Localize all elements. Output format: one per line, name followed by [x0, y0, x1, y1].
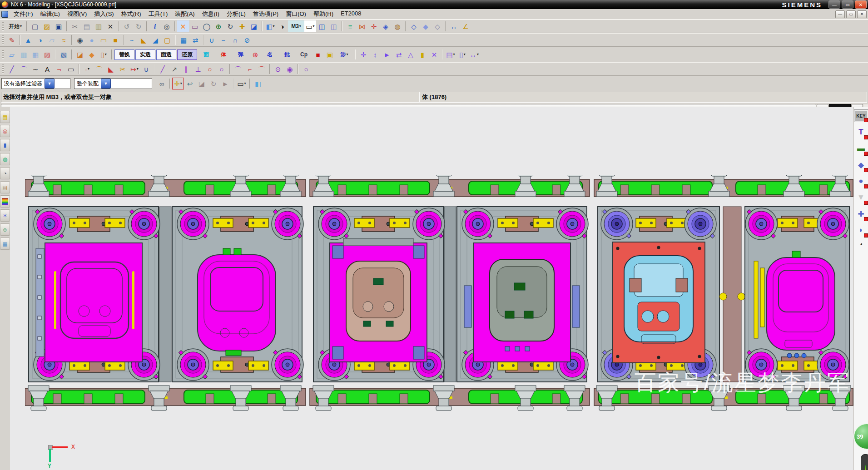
- menu-item-9[interactable]: 分析(L): [223, 9, 249, 19]
- menu-item-11[interactable]: 窗口(O): [282, 9, 310, 19]
- save-button[interactable]: ▣: [53, 20, 64, 32]
- minimize-button[interactable]: —: [828, 0, 840, 9]
- perspective-button[interactable]: ◪: [248, 20, 260, 32]
- true-transparency-button[interactable]: 实透: [135, 49, 155, 60]
- fit-view-button[interactable]: ✕: [177, 20, 189, 32]
- offset-surface-button[interactable]: ▧: [58, 49, 69, 60]
- show-and-hide-button[interactable]: ◫: [316, 20, 328, 32]
- join-curve-button[interactable]: ∪: [140, 63, 152, 75]
- internet-explorer-tab[interactable]: ◍: [0, 153, 10, 165]
- edge-blend-button[interactable]: ~: [126, 34, 138, 46]
- pan-view-button[interactable]: ✚: [236, 20, 248, 32]
- drag-component-button[interactable]: ►: [381, 49, 393, 60]
- assembly-list-button[interactable]: ≡: [344, 20, 356, 32]
- fillet-curve-button[interactable]: ⌒: [93, 63, 105, 75]
- visualization-tab[interactable]: ▉: [0, 195, 10, 208]
- draft-button[interactable]: ◢: [149, 34, 161, 46]
- view-layout-dropdown[interactable]: M3▾: [288, 20, 304, 32]
- color-palette-button[interactable]: ◍: [392, 20, 403, 32]
- palettes-tab[interactable]: ▤: [0, 181, 10, 193]
- redo-button[interactable]: ↻: [133, 20, 144, 32]
- pocket-button[interactable]: ▭: [98, 34, 109, 46]
- drag-view-button[interactable]: ►: [219, 78, 231, 89]
- deselect-last-button[interactable]: ↩: [184, 78, 196, 89]
- fitting-template[interactable]: ✚: [855, 208, 867, 220]
- zoom-box-button[interactable]: ▭: [189, 20, 201, 32]
- move-component-button[interactable]: ✛: [357, 49, 369, 60]
- three-point-arc-button[interactable]: ⌒: [256, 63, 268, 75]
- point-arc-button[interactable]: ⌒: [232, 63, 244, 75]
- dropdown-arrow-icon[interactable]: ▼: [101, 79, 111, 89]
- component-measure-dropdown[interactable]: ↔▾: [468, 49, 480, 60]
- hole-button[interactable]: ◉: [74, 34, 86, 46]
- menu-item-2[interactable]: 编辑(E): [37, 9, 64, 19]
- bracket-template[interactable]: ◆: [855, 159, 867, 171]
- sketch-button[interactable]: ✎: [6, 34, 18, 46]
- selection-rectangle-dropdown[interactable]: ▭▾: [236, 78, 248, 89]
- overlay-slider[interactable]: [861, 454, 868, 470]
- menu-item-13[interactable]: ET2008: [337, 9, 365, 19]
- t-slot-template[interactable]: T: [855, 126, 867, 138]
- menu-item-3[interactable]: 视图(V): [64, 9, 90, 19]
- toolbar-drag-handle[interactable]: [2, 50, 4, 59]
- through-curve-mesh-button[interactable]: ▦: [30, 49, 41, 60]
- through-curves-button[interactable]: ▥: [18, 49, 30, 60]
- revolve-component-button[interactable]: △: [405, 49, 417, 60]
- swept-button[interactable]: ≈: [58, 34, 69, 46]
- zoom-circle-button[interactable]: ◯: [201, 20, 213, 32]
- tangent-circle-button[interactable]: ○: [204, 63, 216, 75]
- doc-minimize-button[interactable]: —: [835, 10, 845, 18]
- shell-button[interactable]: ▢: [161, 34, 173, 46]
- copy-component-dropdown[interactable]: ▤▾: [445, 49, 456, 60]
- replace-component-button[interactable]: ⇄: [393, 49, 405, 60]
- intersect-button[interactable]: ∩: [229, 34, 241, 46]
- doc-close-button[interactable]: ✕: [857, 10, 867, 18]
- thicken-button[interactable]: ▯▾: [98, 49, 109, 60]
- history-tab[interactable]: ◔: [0, 167, 10, 179]
- assembly-constraints-button[interactable]: ⋈: [356, 20, 368, 32]
- subtract-button[interactable]: −: [218, 34, 229, 46]
- trimmed-sheet-button[interactable]: ◪: [74, 49, 86, 60]
- toolbar-drag-handle[interactable]: [2, 22, 4, 31]
- face-transparency-button[interactable]: 面透: [156, 49, 176, 60]
- wireframe-cube-button[interactable]: ▣: [324, 49, 336, 60]
- menu-item-5[interactable]: 格式(R): [118, 9, 145, 19]
- menu-item-10[interactable]: 首选项(P): [249, 9, 282, 19]
- datum-csys-button[interactable]: ✛: [368, 20, 380, 32]
- component-list-dropdown[interactable]: ▯▾: [456, 49, 468, 60]
- wave-geometry-linker-button[interactable]: ◈: [380, 20, 392, 32]
- corner-arc-button[interactable]: ⌐: [244, 63, 256, 75]
- delete-component-button[interactable]: ✕: [428, 49, 440, 60]
- doc-restore-button[interactable]: ▭: [846, 10, 856, 18]
- circle-center-button[interactable]: ⊙: [272, 63, 284, 75]
- derived-line-button[interactable]: ╱: [157, 63, 169, 75]
- delete-button[interactable]: ✕: [104, 20, 116, 32]
- open-file-button[interactable]: ▨: [41, 20, 53, 32]
- interference-button[interactable]: 涉▾: [336, 49, 353, 60]
- point-dropdown[interactable]: ·▾: [81, 63, 93, 75]
- sew-button[interactable]: ◆: [86, 49, 98, 60]
- profile-button[interactable]: ¬: [53, 63, 65, 75]
- solid-cube-button[interactable]: ■: [312, 49, 324, 60]
- face-display-button[interactable]: 面: [198, 49, 215, 60]
- measure-distance-button[interactable]: ↔: [448, 20, 460, 32]
- batch-display-button[interactable]: 批: [278, 49, 296, 60]
- materials-tab[interactable]: ▦: [0, 237, 10, 250]
- perpendicular-line-button[interactable]: ⊥: [192, 63, 204, 75]
- paste-button[interactable]: ▥: [93, 20, 104, 32]
- set-rotate-point-button[interactable]: ↻: [208, 78, 219, 89]
- assembly-navigator-tab[interactable]: ▤: [0, 111, 10, 123]
- plate-template[interactable]: ●: [855, 175, 867, 187]
- circle-point-button[interactable]: ◉: [284, 63, 296, 75]
- palette-collapse-arrow[interactable]: ◂: [860, 242, 862, 246]
- restore-button[interactable]: ▭: [842, 0, 853, 9]
- nozzle-template[interactable]: ▼: [855, 192, 867, 203]
- menu-item-12[interactable]: 帮助(H): [310, 9, 337, 19]
- immediate-hide-button[interactable]: ◫: [328, 20, 340, 32]
- menu-item-4[interactable]: 插入(S): [90, 9, 117, 19]
- swept-surface-button[interactable]: ▨: [41, 49, 53, 60]
- render-style-button[interactable]: ◑: [276, 20, 288, 32]
- link-face-button[interactable]: ◇: [432, 20, 443, 32]
- trim-body-button[interactable]: ⊘: [241, 34, 253, 46]
- unite-button[interactable]: ∪: [206, 34, 218, 46]
